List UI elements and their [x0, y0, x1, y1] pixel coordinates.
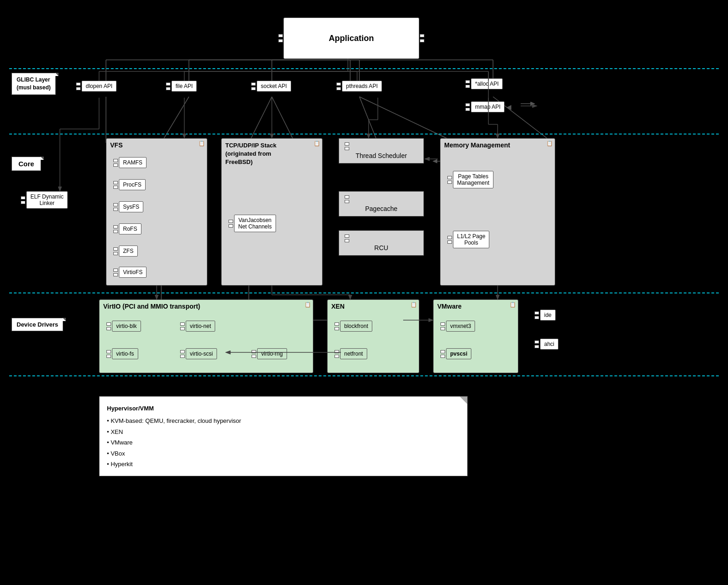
pagecache-port-2 — [345, 200, 349, 203]
sysfs-port-1 — [113, 203, 118, 206]
procfs-port-1 — [113, 181, 118, 184]
blockfront-ports — [335, 322, 339, 330]
virtiofs-component: VirtioFS — [113, 267, 147, 278]
page-pools-ports — [447, 236, 452, 244]
ahci-port-2 — [534, 345, 539, 348]
rofs-port-2 — [113, 230, 118, 233]
dlopen-box: dlopen API — [82, 81, 117, 92]
virtio-net-ports — [180, 322, 185, 330]
app-port-right-1 — [420, 34, 424, 37]
socket-api-component: socket API — [251, 81, 291, 92]
netfront-port-1 — [335, 350, 339, 353]
ide-port-2 — [534, 316, 539, 319]
file-port-1 — [166, 82, 170, 86]
svg-line-13 — [161, 97, 189, 143]
vfs-label: VFS — [106, 139, 207, 152]
virtio-blk-box: virtio-blk — [112, 321, 141, 332]
hypervisor-note: Hypervisor/VMM • KVM-based: QEMU, firecr… — [99, 396, 468, 476]
memory-mgmt-label: Memory Management — [440, 139, 555, 152]
vmxnet3-component: vmxnet3 — [440, 321, 475, 332]
vanjacobsen-ports — [229, 220, 233, 228]
thread-scheduler-container: Thread Scheduler Pagecache RCU — [339, 138, 424, 256]
virtio-net-port-2 — [180, 327, 185, 330]
sysfs-port-2 — [113, 208, 118, 211]
thread-ports — [345, 142, 417, 150]
ramfs-port-2 — [113, 164, 118, 167]
pvscsi-ports — [440, 350, 445, 358]
page-tables-component: Page TablesManagement — [447, 171, 493, 188]
pthreads-ports — [336, 82, 341, 90]
rcu-port-2 — [345, 239, 349, 242]
procfs-component: ProcFS — [113, 179, 146, 190]
socket-ports — [251, 82, 256, 90]
alloc-box: *alloc API — [471, 78, 503, 89]
divider-2 — [9, 134, 719, 135]
virtio-icon: 📋 — [305, 302, 311, 308]
elf-port-2 — [21, 201, 25, 204]
mmap-ports — [465, 103, 470, 111]
virtio-fs-port-2 — [106, 355, 111, 358]
vanjacobsen-port-1 — [229, 220, 233, 223]
virtio-blk-ports — [106, 322, 111, 330]
rcu-box: RCU — [339, 230, 424, 256]
virtio-fs-box: virtio-fs — [112, 348, 138, 359]
pagecache-label: Pagecache — [365, 205, 397, 212]
virtio-blk-component: virtio-blk — [106, 321, 141, 332]
virtio-net-component: virtio-net — [180, 321, 215, 332]
virtio-net-port-1 — [180, 322, 185, 326]
page-tables-port-1 — [447, 176, 452, 179]
blockfront-port-1 — [335, 322, 339, 326]
pagecache-box: Pagecache — [339, 191, 424, 216]
thread-port-1 — [345, 142, 349, 146]
procfs-box: ProcFS — [119, 179, 146, 190]
memory-icon: 📋 — [546, 140, 553, 146]
alloc-ports — [465, 80, 470, 88]
zfs-box: ZFS — [119, 246, 138, 257]
memory-mgmt-box: Memory Management 📋 Page TablesManagemen… — [440, 138, 555, 286]
page-pools-port-1 — [447, 236, 452, 239]
vmxnet3-box: vmxnet3 — [446, 321, 475, 332]
rofs-box: RoFS — [119, 223, 141, 234]
socket-box: socket API — [257, 81, 291, 92]
file-port-2 — [166, 87, 170, 90]
virtio-box: VirtIO (PCI and MMIO transport) 📋 virtio… — [99, 299, 313, 373]
file-api-component: file API — [166, 81, 197, 92]
thread-scheduler-box: Thread Scheduler — [339, 138, 424, 164]
vanjacobsen-box: VanJacobsenNet Channels — [234, 215, 276, 232]
virtiofs-ports — [113, 269, 118, 276]
netfront-box: netfront — [340, 348, 367, 359]
zfs-port-2 — [113, 252, 118, 255]
blockfront-component: blockfront — [335, 321, 372, 332]
ide-component: ide — [534, 310, 556, 321]
app-port-left-1 — [278, 34, 283, 37]
rofs-component: RoFS — [113, 223, 141, 234]
pthreads-port-1 — [336, 82, 341, 86]
rofs-port-1 — [113, 225, 118, 228]
virtiofs-box: VirtioFS — [119, 267, 147, 278]
device-drivers-label: Device Drivers — [12, 318, 63, 331]
virtiofs-port-1 — [113, 269, 118, 272]
rcu-label: RCU — [374, 244, 388, 252]
zfs-component: ZFS — [113, 246, 138, 257]
socket-port-2 — [251, 87, 256, 90]
ramfs-component: RAMFS — [113, 157, 147, 168]
elf-linker-component: ELF DynamicLinker — [21, 191, 68, 209]
mmap-arrow: ◀ — [506, 103, 511, 111]
virtio-fs-port-1 — [106, 350, 111, 353]
sysfs-component: SysFS — [113, 201, 143, 212]
thread-scheduler-label: Thread Scheduler — [356, 152, 407, 159]
vmware-label: VMware — [434, 300, 518, 313]
virtio-blk-port-1 — [106, 322, 111, 326]
mmap-api-component: mmap API ◀ — [465, 101, 511, 112]
vmxnet3-port-1 — [440, 322, 445, 326]
virtio-rng-ports — [252, 350, 256, 358]
divider-3 — [9, 292, 719, 293]
zfs-ports — [113, 247, 118, 255]
glibc-text: GLIBC Layer(musl based) — [17, 76, 51, 91]
virtio-label: VirtIO (PCI and MMIO transport) — [100, 300, 313, 313]
tcp-label: TCP/UDP/IP Stack(originated fromFreeBSD) — [222, 139, 322, 170]
virtio-scsi-port-2 — [180, 355, 185, 358]
page-tables-box: Page TablesManagement — [453, 171, 493, 188]
ahci-port-1 — [534, 340, 539, 344]
file-ports — [166, 82, 170, 90]
